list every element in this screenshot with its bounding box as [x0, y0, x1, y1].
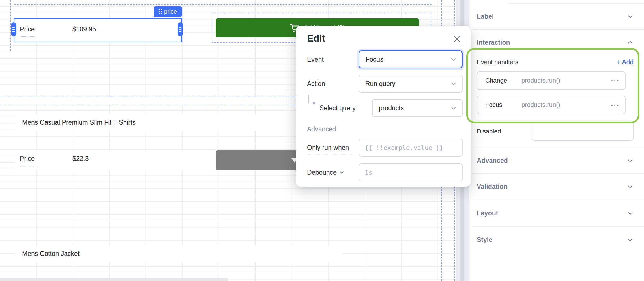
- handler-action: products.run(): [521, 101, 611, 109]
- inspector-panel: Label Interaction Event handlers + Add C…: [469, 0, 644, 281]
- container-guide-left: [10, 0, 11, 51]
- chevron-up-icon: [627, 39, 634, 46]
- disabled-input[interactable]: [532, 122, 634, 141]
- handler-event: Focus: [485, 101, 521, 109]
- component-name-tag[interactable]: price: [154, 6, 182, 17]
- canvas-bottom-edge: [0, 278, 228, 281]
- section-title: Style: [477, 236, 492, 244]
- action-label: Action: [307, 75, 325, 93]
- chevron-down-icon: [339, 170, 345, 175]
- drag-handle-icon: [159, 9, 162, 14]
- chevron-down-icon: [450, 105, 457, 111]
- divider: [508, 3, 644, 4]
- price-field-label-2: Price: [20, 155, 35, 163]
- resize-handle-right[interactable]: [178, 22, 183, 36]
- debounce-field: [359, 163, 463, 181]
- select-query-select[interactable]: products: [372, 99, 463, 117]
- label-dotted-underline: [307, 154, 352, 154]
- row-bg: [15, 150, 216, 170]
- section-layout[interactable]: Layout: [477, 208, 634, 218]
- product-title: Mens Casual Premium Slim Fit T-Shirts: [22, 119, 136, 126]
- debounce-input[interactable]: [365, 164, 459, 181]
- divider: [472, 148, 644, 148]
- chevron-down-icon: [627, 210, 634, 217]
- divider: [472, 29, 644, 30]
- chevron-down-icon: [627, 13, 634, 20]
- price-field-label: Price: [20, 25, 35, 33]
- more-options-icon[interactable]: •••: [611, 78, 620, 83]
- action-select-value: Run query: [365, 80, 450, 88]
- modal-title: Edit: [307, 33, 325, 44]
- label-dotted-underline: [20, 166, 37, 166]
- section-title: Interaction: [477, 39, 510, 46]
- section-label[interactable]: Label: [477, 11, 634, 21]
- label-dotted-underline: [20, 36, 37, 37]
- product-title: Mens Cotton Jacket: [22, 250, 80, 258]
- event-handlers-title: Event handlers: [477, 59, 518, 66]
- price-field-value-2: $22.3: [72, 155, 89, 163]
- section-title: Validation: [477, 183, 508, 191]
- divider: [472, 226, 644, 227]
- nested-branch-icon: [308, 95, 317, 108]
- chevron-down-icon: [450, 80, 457, 87]
- action-select[interactable]: Run query: [359, 75, 463, 93]
- chevron-down-icon: [627, 183, 634, 190]
- event-handlers-row: Event handlers + Add: [477, 57, 634, 68]
- disabled-label: Disabled: [477, 128, 501, 135]
- container-guide-top: [14, 4, 432, 5]
- divider: [472, 173, 644, 174]
- chevron-down-icon: [450, 56, 457, 63]
- chevron-down-icon: [627, 157, 634, 164]
- resize-handle-left[interactable]: [11, 22, 16, 36]
- handler-event: Change: [485, 77, 521, 84]
- close-icon[interactable]: [452, 34, 461, 44]
- only-run-when-input[interactable]: [365, 139, 459, 156]
- event-handler-row-change[interactable]: Change products.run() •••: [477, 71, 626, 90]
- divider: [472, 200, 644, 200]
- component-name-label: price: [164, 8, 177, 15]
- select-query-value: products: [379, 104, 450, 112]
- handler-action: products.run(): [521, 77, 611, 84]
- section-interaction[interactable]: Interaction: [477, 37, 634, 47]
- chevron-down-icon: [627, 236, 634, 243]
- event-label: Event: [307, 50, 324, 68]
- add-event-handler-button[interactable]: + Add: [617, 59, 634, 66]
- debounce-label: Debounce: [307, 169, 337, 176]
- advanced-section-label: Advanced: [307, 126, 336, 133]
- event-select[interactable]: Focus: [359, 50, 463, 68]
- price-input-component[interactable]: [14, 18, 182, 42]
- event-handler-row-focus[interactable]: Focus products.run() •••: [477, 96, 626, 114]
- section-style[interactable]: Style: [477, 235, 634, 245]
- section-validation[interactable]: Validation: [477, 181, 634, 192]
- more-options-icon[interactable]: •••: [611, 103, 620, 107]
- select-query-label: Select query: [319, 99, 356, 117]
- section-title: Label: [477, 13, 494, 20]
- only-run-when-field: [359, 139, 463, 157]
- section-title: Layout: [477, 209, 498, 217]
- debounce-label-row[interactable]: Debounce: [307, 163, 345, 181]
- price-field-value: $109.95: [72, 25, 96, 33]
- event-select-value: Focus: [366, 56, 450, 63]
- section-advanced[interactable]: Advanced: [477, 155, 634, 166]
- edit-event-handler-modal: Edit Event Focus Action Run query Select…: [296, 26, 471, 187]
- section-title: Advanced: [477, 157, 508, 165]
